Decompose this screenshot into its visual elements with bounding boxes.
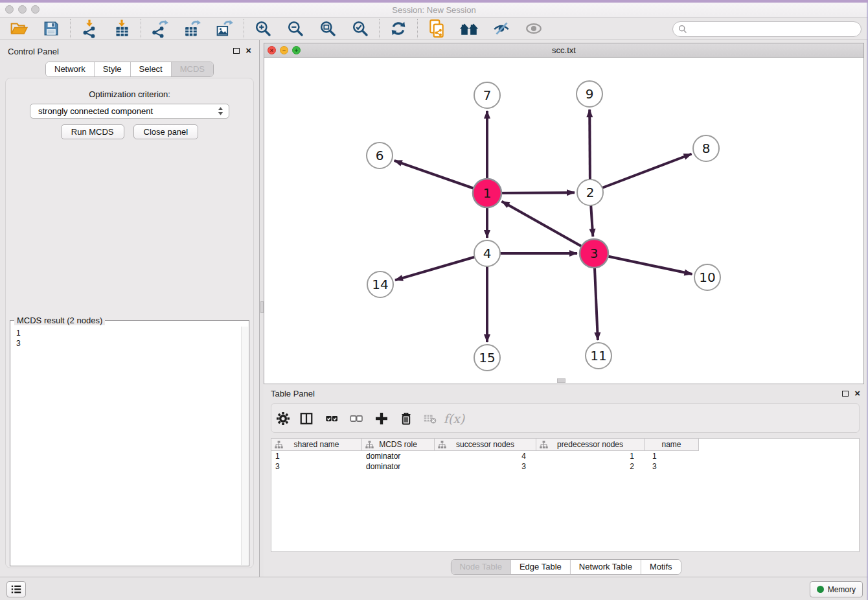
- column-header-successor-nodes[interactable]: successor nodes: [435, 439, 536, 451]
- search-input[interactable]: [691, 25, 856, 34]
- table-cell[interactable]: 3: [645, 461, 699, 472]
- task-history-button[interactable]: [6, 581, 26, 597]
- open-session-icon[interactable]: [8, 19, 30, 38]
- mcds-result-legend: MCDS result (2 nodes): [14, 316, 105, 325]
- panel-splitter[interactable]: [259, 40, 264, 577]
- table-cell[interactable]: 2: [536, 461, 645, 472]
- edge-3-1[interactable]: [502, 202, 594, 253]
- toolbar-group: [70, 19, 141, 38]
- tab-select[interactable]: Select: [130, 62, 171, 76]
- network-resize-grip[interactable]: [557, 378, 565, 383]
- table-cell[interactable]: dominator: [362, 461, 435, 472]
- export-table-icon[interactable]: [181, 19, 203, 38]
- apply-layout-icon[interactable]: [387, 19, 409, 38]
- table-cell[interactable]: 4: [435, 451, 536, 461]
- zoom-fit-icon[interactable]: [317, 19, 339, 38]
- table-row[interactable]: 1dominator411: [271, 451, 859, 461]
- optimization-dropdown[interactable]: strongly connected component: [30, 104, 229, 119]
- save-session-icon[interactable]: [40, 19, 62, 38]
- select-all-columns-icon[interactable]: [321, 404, 343, 433]
- add-column-icon[interactable]: [371, 404, 393, 433]
- search-box[interactable]: [672, 21, 862, 37]
- node-14[interactable]: 14: [367, 271, 393, 297]
- svg-text:14: 14: [372, 277, 388, 292]
- network-window: ×−+ scc.txt 7968124314101511: [264, 43, 864, 384]
- main-toolbar: [0, 17, 868, 40]
- tab-edge-table[interactable]: Edge Table: [510, 560, 570, 574]
- table-cell[interactable]: 1: [271, 451, 362, 461]
- network-canvas[interactable]: 7968124314101511: [264, 58, 863, 384]
- node-3[interactable]: 3: [580, 239, 608, 268]
- tab-motifs[interactable]: Motifs: [641, 560, 681, 574]
- app-title: Session: New Session: [0, 5, 868, 15]
- delete-table-icon[interactable]: [419, 404, 441, 433]
- tab-node-table[interactable]: Node Table: [451, 560, 510, 574]
- float-control-panel-icon[interactable]: [233, 48, 240, 54]
- column-header-shared-name[interactable]: shared name: [271, 439, 362, 451]
- svg-text:6: 6: [376, 148, 384, 163]
- node-2[interactable]: 2: [577, 179, 603, 205]
- export-network-icon[interactable]: [149, 19, 171, 38]
- node-6[interactable]: 6: [367, 143, 393, 168]
- node-7[interactable]: 7: [474, 82, 500, 108]
- table-cell[interactable]: 3: [271, 461, 362, 472]
- tab-style[interactable]: Style: [94, 62, 130, 76]
- table-panel: Table Panel × f(x) shared nameMCDS roles…: [264, 386, 868, 577]
- show-graphics-details-icon[interactable]: [523, 19, 545, 38]
- svg-text:11: 11: [590, 348, 606, 363]
- dropdown-selected-value: strongly connected component: [38, 106, 218, 116]
- show-all-networks-icon[interactable]: [458, 19, 480, 38]
- result-line: 1: [16, 328, 240, 338]
- column-settings-icon[interactable]: [272, 404, 294, 433]
- hide-graphics-details-icon[interactable]: [490, 19, 512, 38]
- result-scrollbar[interactable]: [241, 327, 248, 565]
- close-panel-button[interactable]: Close panel: [133, 124, 199, 139]
- control-panel: Control Panel × NetworkStyleSelectMCDS O…: [0, 40, 259, 577]
- tab-network-table[interactable]: Network Table: [570, 560, 641, 574]
- export-image-icon[interactable]: [214, 19, 236, 38]
- close-control-panel-icon[interactable]: ×: [246, 45, 251, 56]
- node-4[interactable]: 4: [474, 240, 500, 266]
- network-from-selection-icon[interactable]: [426, 19, 448, 38]
- zoom-selected-icon[interactable]: [349, 19, 371, 38]
- close-table-panel-icon[interactable]: ×: [854, 387, 860, 398]
- table-row[interactable]: 3dominator323: [271, 461, 859, 472]
- table-cell[interactable]: 3: [435, 461, 536, 472]
- network-window-titlebar[interactable]: ×−+ scc.txt: [264, 43, 863, 58]
- svg-text:9: 9: [586, 86, 594, 102]
- node-11[interactable]: 11: [586, 343, 611, 369]
- column-header-label: predecessor nodes: [557, 440, 623, 449]
- node-10[interactable]: 10: [694, 264, 720, 290]
- column-type-icon: [365, 441, 374, 449]
- column-header-predecessor-nodes[interactable]: predecessor nodes: [536, 439, 645, 451]
- run-mcds-button[interactable]: Run MCDS: [61, 124, 124, 139]
- column-header-MCDS-role[interactable]: MCDS role: [362, 439, 435, 451]
- edge-2-8[interactable]: [590, 154, 692, 193]
- table-cell[interactable]: 1: [645, 451, 699, 461]
- toolbar-group: [379, 19, 417, 38]
- delete-column-icon[interactable]: [395, 404, 417, 433]
- zoom-in-icon[interactable]: [252, 19, 274, 38]
- import-network-icon[interactable]: [78, 19, 100, 38]
- tab-network[interactable]: Network: [46, 62, 94, 76]
- table-cell[interactable]: 1: [536, 451, 645, 461]
- toolbar-group: [141, 19, 244, 38]
- node-9[interactable]: 9: [577, 81, 602, 107]
- import-table-icon[interactable]: [111, 19, 133, 38]
- svg-text:8: 8: [702, 141, 711, 156]
- table-cell[interactable]: dominator: [362, 451, 435, 461]
- split-panel-icon[interactable]: [295, 404, 317, 433]
- zoom-out-icon[interactable]: [284, 19, 306, 38]
- deselect-all-columns-icon[interactable]: [345, 404, 367, 433]
- node-1[interactable]: 1: [473, 179, 501, 207]
- tab-mcds[interactable]: MCDS: [171, 62, 213, 76]
- node-8[interactable]: 8: [693, 135, 719, 161]
- memory-button[interactable]: Memory: [810, 581, 863, 597]
- node-15[interactable]: 15: [474, 345, 500, 371]
- function-builder-icon[interactable]: f(x): [443, 404, 465, 433]
- column-header-name[interactable]: name: [645, 439, 699, 451]
- edge-4-14[interactable]: [395, 253, 487, 280]
- float-table-panel-icon[interactable]: [842, 391, 849, 397]
- control-panel-tabs: NetworkStyleSelectMCDS: [45, 62, 214, 77]
- column-header-label: shared name: [293, 440, 339, 449]
